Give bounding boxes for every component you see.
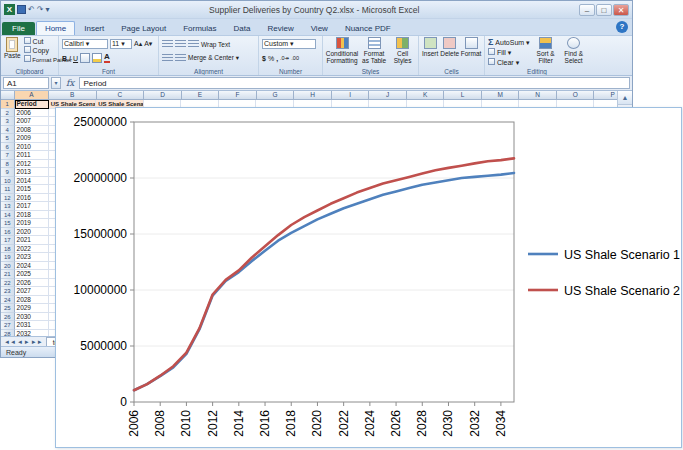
cell[interactable]: 2023 bbox=[15, 253, 49, 262]
autosum-button[interactable]: Σ AutoSum ▾ bbox=[488, 37, 530, 47]
number-format-select[interactable]: Custom ▾ bbox=[262, 39, 316, 49]
fill-button[interactable]: Fill ▾ bbox=[488, 48, 530, 57]
first-sheet-icon[interactable]: ◄◄ bbox=[4, 339, 16, 345]
column-header-C[interactable]: C bbox=[97, 91, 145, 100]
cell[interactable]: 2029 bbox=[15, 304, 49, 313]
cell[interactable]: 2017 bbox=[15, 202, 49, 211]
name-box-dropdown-icon[interactable]: ▾ bbox=[51, 77, 61, 89]
align-middle-icon[interactable] bbox=[175, 40, 186, 48]
cell[interactable]: 2006 bbox=[15, 109, 49, 118]
decrease-decimal-button[interactable]: .00 bbox=[291, 55, 299, 61]
italic-button[interactable]: I bbox=[69, 55, 71, 62]
prev-sheet-icon[interactable]: ◄ bbox=[17, 339, 23, 345]
select-all-corner[interactable] bbox=[1, 91, 15, 100]
undo-icon[interactable]: ↶ bbox=[28, 5, 35, 15]
column-header-B[interactable]: B bbox=[49, 91, 97, 100]
column-header-D[interactable]: D bbox=[144, 91, 182, 100]
increase-decimal-button[interactable]: .0↠ bbox=[280, 55, 289, 61]
cell[interactable]: 2014 bbox=[15, 177, 49, 186]
percent-format-button[interactable]: % bbox=[268, 55, 274, 62]
ribbon-tab-review[interactable]: Review bbox=[259, 22, 301, 35]
row-header-23[interactable]: 23 bbox=[1, 287, 15, 296]
cell[interactable]: 2007 bbox=[15, 117, 49, 126]
wrap-text-button[interactable]: Wrap Text bbox=[201, 41, 230, 48]
column-header-L[interactable]: L bbox=[444, 91, 482, 100]
cell[interactable]: 2015 bbox=[15, 185, 49, 194]
align-bottom-icon[interactable] bbox=[188, 40, 199, 48]
row-header-24[interactable]: 24 bbox=[1, 296, 15, 305]
merge-center-button[interactable]: Merge & Center ▾ bbox=[188, 54, 239, 62]
cell[interactable]: 2011 bbox=[15, 151, 49, 160]
comma-format-button[interactable]: , bbox=[276, 55, 278, 62]
format-as-table-button[interactable]: Format as Table bbox=[360, 37, 388, 64]
cell[interactable]: 2019 bbox=[15, 219, 49, 228]
row-header-9[interactable]: 9 bbox=[1, 168, 15, 177]
shrink-font-button[interactable]: A▾ bbox=[144, 40, 152, 48]
cell[interactable]: 2022 bbox=[15, 245, 49, 254]
close-button[interactable]: ✕ bbox=[613, 4, 629, 16]
column-header-N[interactable]: N bbox=[519, 91, 557, 100]
row-header-18[interactable]: 18 bbox=[1, 245, 15, 254]
bold-button[interactable]: B bbox=[62, 55, 67, 62]
name-box[interactable]: A1 bbox=[3, 77, 49, 89]
clear-button[interactable]: Clear ▾ bbox=[488, 58, 530, 67]
cell[interactable]: 2016 bbox=[15, 194, 49, 203]
save-icon[interactable] bbox=[17, 5, 26, 14]
cell[interactable]: 2009 bbox=[15, 134, 49, 143]
row-header-10[interactable]: 10 bbox=[1, 177, 15, 186]
row-header-8[interactable]: 8 bbox=[1, 160, 15, 169]
row-header-5[interactable]: 5 bbox=[1, 134, 15, 143]
cell[interactable]: 2018 bbox=[15, 211, 49, 220]
row-header-13[interactable]: 13 bbox=[1, 202, 15, 211]
row-header-22[interactable]: 22 bbox=[1, 279, 15, 288]
column-header-G[interactable]: G bbox=[257, 91, 295, 100]
insert-cells-button[interactable]: Insert bbox=[422, 37, 438, 57]
row-header-3[interactable]: 3 bbox=[1, 117, 15, 126]
accounting-format-button[interactable]: $ bbox=[262, 55, 266, 62]
ribbon-tab-nuance-pdf[interactable]: Nuance PDF bbox=[337, 22, 399, 35]
formula-input[interactable]: Period bbox=[79, 77, 630, 89]
cell[interactable]: Period bbox=[15, 100, 49, 109]
row-header-12[interactable]: 12 bbox=[1, 194, 15, 203]
row-header-4[interactable]: 4 bbox=[1, 126, 15, 135]
fill-color-icon[interactable] bbox=[92, 53, 102, 63]
find-select-button[interactable]: Find & Select bbox=[562, 37, 586, 67]
cell[interactable]: 2021 bbox=[15, 236, 49, 245]
column-header-F[interactable]: F bbox=[219, 91, 257, 100]
excel-app-icon[interactable]: X bbox=[4, 4, 15, 15]
row-header-27[interactable]: 27 bbox=[1, 321, 15, 330]
ribbon-tab-home[interactable]: Home bbox=[36, 21, 75, 35]
row-header-16[interactable]: 16 bbox=[1, 228, 15, 237]
column-header-J[interactable]: J bbox=[369, 91, 407, 100]
row-header-2[interactable]: 2 bbox=[1, 109, 15, 118]
font-size-select[interactable]: 11 ▾ bbox=[110, 39, 132, 49]
cell[interactable]: 2024 bbox=[15, 262, 49, 271]
column-header-E[interactable]: E bbox=[182, 91, 220, 100]
cell[interactable]: 2008 bbox=[15, 126, 49, 135]
column-header-O[interactable]: O bbox=[557, 91, 595, 100]
sort-filter-button[interactable]: Sort & Filter bbox=[534, 37, 558, 67]
borders-icon[interactable] bbox=[80, 53, 90, 63]
row-header-20[interactable]: 20 bbox=[1, 262, 15, 271]
font-name-select[interactable]: Calibri ▾ bbox=[62, 39, 108, 49]
column-header-H[interactable]: H bbox=[294, 91, 332, 100]
row-header-17[interactable]: 17 bbox=[1, 236, 15, 245]
row-header-6[interactable]: 6 bbox=[1, 143, 15, 152]
column-header-M[interactable]: M bbox=[482, 91, 520, 100]
next-sheet-icon[interactable]: ► bbox=[24, 339, 30, 345]
row-header-26[interactable]: 26 bbox=[1, 313, 15, 322]
grow-font-button[interactable]: A▴ bbox=[134, 40, 142, 48]
row-header-21[interactable]: 21 bbox=[1, 270, 15, 279]
paste-button[interactable]: Paste bbox=[4, 37, 21, 63]
font-color-icon[interactable]: A bbox=[104, 53, 110, 63]
align-top-icon[interactable] bbox=[162, 40, 173, 48]
align-left-icon[interactable] bbox=[162, 54, 173, 62]
cell[interactable]: 2027 bbox=[15, 287, 49, 296]
row-header-1[interactable]: 1 bbox=[1, 100, 15, 109]
ribbon-tab-view[interactable]: View bbox=[303, 22, 336, 35]
cell[interactable]: 2025 bbox=[15, 270, 49, 279]
delete-cells-button[interactable]: Delete bbox=[440, 37, 459, 57]
insert-function-icon[interactable]: fx bbox=[63, 78, 77, 88]
redo-icon[interactable]: ↷ bbox=[37, 5, 44, 15]
align-center-icon[interactable] bbox=[175, 54, 186, 62]
